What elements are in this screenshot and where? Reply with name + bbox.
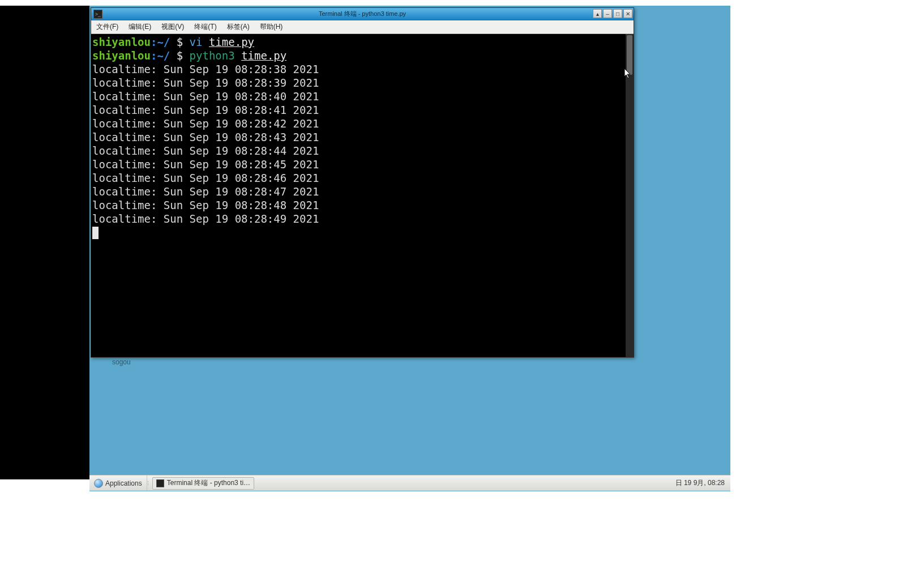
taskbar-clock[interactable]: 日 19 9月, 08:28 bbox=[670, 478, 730, 488]
taskbar-item-terminal[interactable]: Terminal 终端 - python3 ti… bbox=[152, 477, 254, 490]
taskbar-item-label: Terminal 终端 - python3 ti… bbox=[167, 478, 250, 488]
menu-tabs[interactable]: 标签(A) bbox=[222, 20, 255, 33]
menu-help[interactable]: 帮助(H) bbox=[255, 20, 288, 33]
menu-terminal[interactable]: 终端(T) bbox=[189, 20, 221, 33]
window-close-button[interactable]: ✕ bbox=[623, 9, 632, 18]
applications-label: Applications bbox=[105, 479, 142, 487]
taskbar-divider bbox=[147, 475, 151, 491]
terminal-taskbar-icon bbox=[156, 479, 164, 487]
window-controls: ▴ – □ ✕ bbox=[593, 9, 632, 18]
terminal-window: >_ Terminal 终端 - python3 time.py ▴ – □ ✕… bbox=[91, 7, 634, 358]
applications-icon bbox=[94, 479, 103, 488]
desktop-icon-sogou-label[interactable]: sogou bbox=[112, 358, 131, 366]
window-minimize-button[interactable]: – bbox=[603, 9, 612, 18]
menu-file[interactable]: 文件(F) bbox=[91, 20, 123, 33]
terminal-scrollbar-thumb[interactable] bbox=[627, 35, 632, 75]
taskbar: Applications Terminal 终端 - python3 ti… 日… bbox=[89, 475, 730, 491]
terminal-app-icon: >_ bbox=[93, 10, 102, 19]
menu-view[interactable]: 视图(V) bbox=[156, 20, 189, 33]
menu-edit[interactable]: 编辑(E) bbox=[123, 20, 156, 33]
terminal-output[interactable]: shiyanlou:~/ $ vi time.py shiyanlou:~/ $… bbox=[91, 34, 634, 357]
menubar: 文件(F) 编辑(E) 视图(V) 终端(T) 标签(A) 帮助(H) bbox=[91, 20, 634, 34]
window-title: Terminal 终端 - python3 time.py bbox=[319, 10, 406, 18]
window-titlebar[interactable]: >_ Terminal 终端 - python3 time.py ▴ – □ ✕ bbox=[91, 8, 634, 20]
terminal-scrollbar[interactable] bbox=[626, 34, 634, 357]
window-maximize-button[interactable]: □ bbox=[613, 9, 622, 18]
applications-menu-button[interactable]: Applications bbox=[89, 475, 147, 491]
terminal-container: shiyanlou:~/ $ vi time.py shiyanlou:~/ $… bbox=[91, 34, 634, 357]
window-shade-button[interactable]: ▴ bbox=[593, 9, 602, 18]
